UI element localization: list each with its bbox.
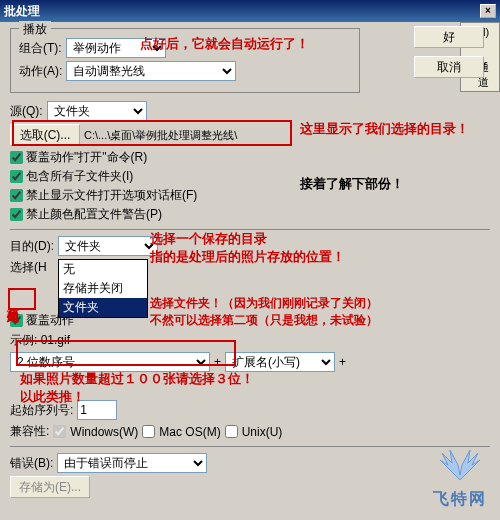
error-label: 错误(B): [10,455,53,472]
redbox-checkbox [8,288,36,310]
dest-dropdown-open: 无 存储并关闭 文件夹 [58,259,148,318]
wings-icon [430,445,490,485]
redbox-source [12,120,292,146]
error-select[interactable]: 由于错误而停止 [57,453,207,473]
source-select[interactable]: 文件夹 [47,101,147,121]
suppress-dialog-checkbox[interactable] [10,189,23,202]
watermark-text: 飞特网 [430,489,490,510]
annotation-etc: 以此类推！ [20,388,85,406]
save-as-button: 存储为(E)... [10,476,90,498]
subfolders-checkbox[interactable] [10,170,23,183]
annotation-meaning: 指的是处理后的照片存放的位置！ [150,248,345,266]
dest-opt-none[interactable]: 无 [59,260,147,279]
annotation-savedir: 选择一个保存的目录 [150,230,267,248]
set-label: 组合(T): [19,40,62,57]
watermark: 飞特网 [430,445,490,510]
dest-override-checkbox[interactable] [10,314,23,327]
source-label: 源(Q): [10,103,43,120]
color-warn-checkbox[interactable] [10,208,23,221]
annotation-selfolder: 选择文件夹！（因为我们刚刚记录了关闭） [150,295,378,312]
annotation-run: 点好后，它就会自动运行了！ [140,35,309,53]
override-open-checkbox[interactable] [10,151,23,164]
close-icon[interactable]: × [480,4,496,18]
compat-label: 兼容性: [10,423,49,440]
annotation-alt: 不然可以选择第二项（只是我想，未试验） [150,312,378,329]
annotation-digits: 如果照片数量超过１００张请选择３位！ [20,370,254,388]
dest-choose-label: 选择(H [10,259,47,276]
dest-opt-saveclose[interactable]: 存储并关闭 [59,279,147,298]
compat-mac-checkbox[interactable] [142,425,155,438]
play-legend: 播放 [19,21,51,38]
action-label: 动作(A): [19,63,62,80]
dest-label: 目的(D): [10,238,54,255]
annotation-next: 接着了解下部份！ [300,175,404,193]
naming-ext-select[interactable]: 扩展名(小写) [225,352,335,372]
compat-unix-checkbox[interactable] [225,425,238,438]
title-bar: 批处理 × [0,0,500,22]
dest-select[interactable]: 文件夹 [58,236,158,256]
annotation-dir: 这里显示了我们选择的目录！ [300,120,480,138]
dest-opt-folder[interactable]: 文件夹 [59,298,147,317]
action-select[interactable]: 自动调整光线 [66,61,236,81]
window-title: 批处理 [4,3,40,20]
compat-win-checkbox [53,425,66,438]
redbox-seq [16,340,236,366]
